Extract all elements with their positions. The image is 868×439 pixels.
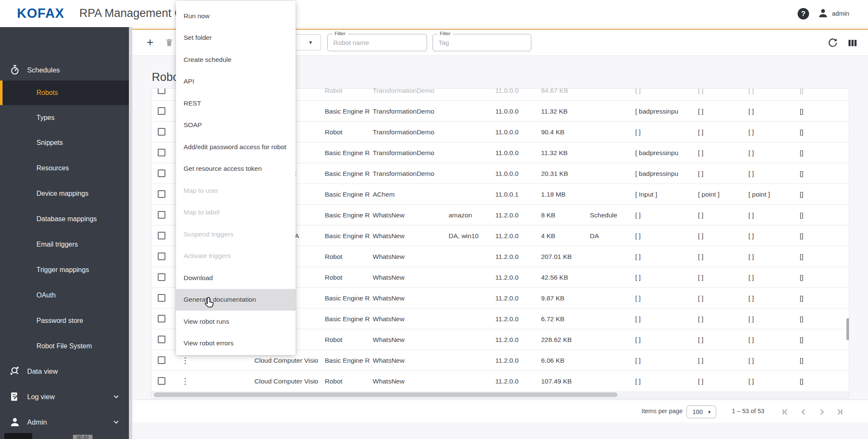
sidebar-item-robots[interactable]: Robots [0, 81, 129, 105]
row-checkbox[interactable] [158, 253, 165, 260]
chevron-down-icon: ▼ [308, 40, 313, 45]
cell-size: 4 KB [541, 225, 555, 246]
menu-item-view-robot-errors[interactable]: View robot errors [176, 333, 296, 355]
cell-tag-3: [ ] [748, 142, 754, 163]
sidebar-item-types[interactable]: Types [0, 106, 129, 130]
tag-filter-input[interactable] [438, 35, 522, 50]
cell-tag-4: [] [800, 163, 804, 184]
cell-label: DA, win10 [449, 225, 479, 246]
cell-size: 8 KB [541, 205, 555, 225]
cell-version: 11.2.0.0 [495, 205, 519, 225]
row-checkbox[interactable] [158, 356, 165, 364]
menu-item-create-schedule[interactable]: Create schedule [176, 49, 296, 71]
row-checkbox[interactable] [158, 315, 165, 322]
menu-item-get-resource-access-token[interactable]: Get resource access token [176, 158, 296, 180]
cell-size: 11.32 KB [541, 142, 568, 163]
kofax-logo: KOFAX [17, 6, 64, 21]
sidebar-item-admin[interactable]: Admin [0, 410, 129, 434]
user-menu-button[interactable]: admin [818, 8, 849, 19]
sidebar-item-label: Email triggers [36, 241, 78, 248]
page-size-select[interactable]: 100 ▼ [687, 406, 716, 418]
cell-type: Basic Engine R [325, 350, 370, 371]
cell-tag-3: [ ] [748, 288, 754, 308]
cell-tag-1: [ ] [635, 308, 641, 329]
cell-version: 11.0.0.0 [495, 163, 519, 184]
sidebar-item-label: Admin [27, 418, 47, 426]
cell-tag-1: [ ] [635, 205, 641, 225]
sidebar-item-data-view[interactable]: Data view [0, 359, 129, 383]
menu-item-generate-documentation[interactable]: Generate documentation [176, 289, 296, 311]
add-robot-button[interactable]: + [144, 36, 156, 49]
clock-badge: 00:43 [73, 435, 92, 439]
sidebar-item-resources[interactable]: Resources [0, 156, 129, 181]
menu-item-soap[interactable]: SOAP [176, 114, 296, 136]
row-checkbox[interactable] [158, 377, 165, 385]
cell-tag-1: [ badpressinpu [635, 101, 678, 122]
row-checkbox[interactable] [158, 169, 165, 177]
delete-button[interactable] [165, 37, 174, 47]
menu-item-api[interactable]: API [176, 71, 296, 93]
columns-button[interactable] [847, 38, 857, 48]
row-checkbox[interactable] [158, 211, 165, 219]
cell-tag-1: [ ] [635, 288, 641, 308]
sidebar-item-schedules[interactable]: Schedules [0, 58, 129, 82]
chevron-left-icon [798, 407, 809, 417]
first-page-button[interactable] [780, 407, 790, 417]
cell-tag-3: [ ] [748, 89, 754, 101]
sidebar-item-log-view[interactable]: Log view [0, 384, 129, 409]
chevron-down-icon: ▼ [707, 410, 712, 414]
cell-tag-4: [] [800, 101, 804, 122]
menu-item-add-edit-password-access-for-robot[interactable]: Add/edit password access for robot [176, 136, 296, 158]
row-checkbox[interactable] [158, 89, 165, 94]
sidebar-item-robot-file-system[interactable]: Robot File System [0, 334, 129, 358]
menu-item-rest[interactable]: REST [176, 92, 296, 114]
sidebar-bottom-box [4, 433, 32, 439]
row-checkbox[interactable] [158, 336, 165, 343]
robot-name-filter-input[interactable] [333, 35, 417, 50]
menu-item-download[interactable]: Download [176, 267, 296, 289]
previous-page-button[interactable] [798, 407, 809, 417]
cell-tag-1: [ ] [635, 350, 641, 371]
next-page-button[interactable] [817, 407, 827, 417]
cell-tag-2: [ ] [698, 225, 703, 246]
cell-tag-2: [ ] [698, 350, 703, 371]
cell-tag-3: [ point ] [748, 184, 770, 205]
row-checkbox[interactable] [158, 273, 165, 281]
row-checkbox[interactable] [158, 107, 165, 115]
row-checkbox[interactable] [158, 294, 165, 302]
sidebar-item-device-mappings[interactable]: Device mappings [0, 181, 129, 206]
sidebar-item-database-mappings[interactable]: Database mappings [0, 207, 129, 231]
row-actions-kebab-icon[interactable]: ⋮ [181, 371, 190, 392]
cell-label: amazon [449, 205, 472, 225]
menu-item-run-now[interactable]: Run now [176, 5, 296, 27]
sidebar-item-password-store[interactable]: Password store [0, 308, 129, 333]
user-name: admin [832, 10, 849, 17]
horizontal-scrollbar[interactable] [154, 392, 617, 397]
help-icon[interactable]: ? [798, 8, 809, 19]
row-checkbox[interactable] [158, 128, 165, 136]
sidebar-item-snippets[interactable]: Snippets [0, 131, 129, 155]
sidebar-item-label: Robots [36, 89, 58, 97]
row-checkbox[interactable] [158, 232, 165, 239]
vertical-scrollbar[interactable] [846, 318, 849, 340]
sidebar-item-email-triggers[interactable]: Email triggers [0, 232, 129, 257]
cell-version: 11.2.0.0 [495, 329, 519, 350]
cell-tag-3: [ ] [748, 371, 754, 392]
cell-project: WhatsNew [373, 205, 405, 225]
sidebar-item-label: Schedules [27, 66, 60, 74]
refresh-button[interactable] [827, 37, 838, 48]
sidebar-item-label: Device mappings [36, 190, 89, 197]
row-checkbox[interactable] [158, 149, 165, 156]
sidebar-scrollbar[interactable] [129, 27, 132, 439]
menu-item-view-robot-runs[interactable]: View robot runs [176, 311, 296, 333]
sidebar-item-oauth[interactable]: OAuth [0, 283, 129, 308]
sidebar-item-label: Database mappings [36, 215, 97, 223]
cell-tag-3: [ ] [748, 308, 754, 329]
sidebar-item-label: OAuth [36, 292, 56, 299]
last-page-button[interactable] [835, 407, 845, 417]
sidebar-item-trigger-mappings[interactable]: Trigger mappings [0, 258, 129, 282]
row-checkbox[interactable] [158, 190, 165, 198]
cell-tag-4: [] [800, 350, 804, 371]
cell-tag-4: [] [800, 205, 804, 225]
menu-item-set-folder[interactable]: Set folder [176, 27, 296, 49]
